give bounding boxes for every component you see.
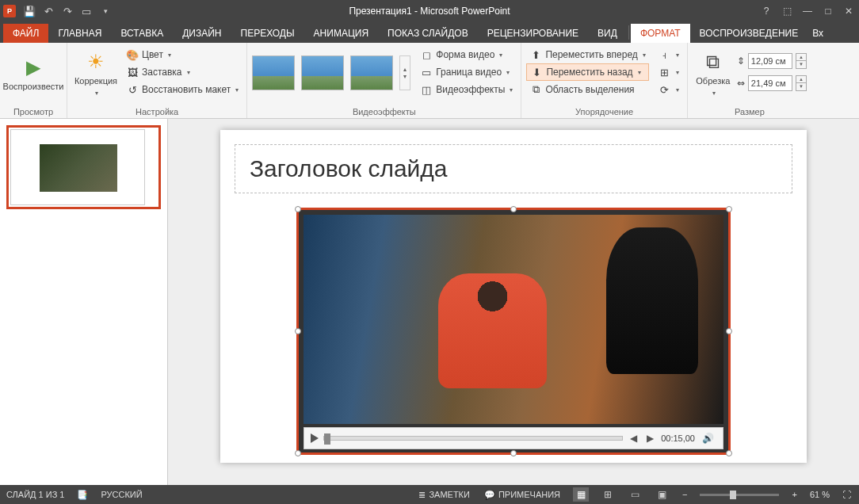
title-bar: P 💾 ↶ ↷ ▭ ▾ Презентация1 - Microsoft Pow…: [0, 0, 859, 22]
effects-icon: ◫: [420, 84, 433, 96]
shape-icon: ◻: [420, 49, 433, 61]
normal-view-icon[interactable]: ▦: [573, 487, 589, 502]
group-video-styles: ▴▾ ◻ Форма видео▾ ▭ Граница видео▾ ◫ Вид…: [247, 43, 521, 118]
step-back-icon[interactable]: ◀: [628, 433, 639, 444]
selection-pane-button[interactable]: ⧉ Область выделения: [526, 81, 648, 98]
video-preview: [304, 215, 723, 424]
slide-thumbnails-panel: 1: [0, 119, 168, 485]
poster-frame-button[interactable]: 🖼 Заставка▾: [123, 63, 242, 81]
tab-animations[interactable]: АНИМАЦИЯ: [304, 24, 378, 43]
video-styles-more[interactable]: ▴▾: [399, 55, 410, 90]
tab-format[interactable]: ФОРМАТ: [631, 24, 690, 43]
bring-forward-button[interactable]: ⬆ Переместить вперед▾: [526, 46, 648, 63]
crop-button[interactable]: ⧉ Обрезка ▾: [693, 46, 734, 101]
play-icon: ▶: [26, 56, 40, 78]
reset-design-button[interactable]: ↺ Восстановить макет▾: [123, 81, 242, 98]
tab-insert[interactable]: ВСТАВКА: [111, 24, 173, 43]
spin-down[interactable]: ▼: [796, 61, 806, 68]
align-button[interactable]: ⫞▾: [655, 46, 682, 63]
video-style-thumb[interactable]: [252, 55, 295, 90]
tab-home[interactable]: ГЛАВНАЯ: [48, 24, 111, 43]
video-play-button[interactable]: [311, 433, 319, 443]
tabs-overflow[interactable]: Вх: [807, 24, 828, 43]
video-style-thumb[interactable]: [350, 55, 393, 90]
tab-view[interactable]: ВИД: [588, 24, 627, 43]
zoom-slider[interactable]: [700, 494, 779, 496]
spin-up[interactable]: ▲: [796, 54, 806, 61]
volume-icon[interactable]: 🔊: [700, 433, 716, 444]
step-forward-icon[interactable]: ▶: [644, 433, 656, 444]
color-button[interactable]: 🎨 Цвет▾: [123, 46, 242, 63]
selection-icon: ⧉: [529, 83, 542, 96]
video-shape-button[interactable]: ◻ Форма видео▾: [417, 46, 516, 63]
tab-playback[interactable]: ВОСПРОИЗВЕДЕНИЕ: [690, 24, 808, 43]
group-label: Размер: [693, 105, 807, 118]
help-icon[interactable]: ?: [756, 2, 777, 20]
group-adjust: ☀ Коррекция ▾ 🎨 Цвет▾ 🖼 Заставка▾ ↺: [67, 43, 247, 118]
spin-up[interactable]: ▲: [796, 76, 806, 83]
notes-button[interactable]: ≣ ЗАМЕТКИ: [417, 490, 471, 500]
corrections-button[interactable]: ☀ Коррекция ▾: [72, 46, 120, 101]
frame-icon: 🖼: [126, 67, 139, 78]
group-label: Видеоэффекты: [252, 105, 516, 118]
slide-editor[interactable]: Заголовок слайда ◀ ▶ 00:15,00 🔊: [168, 119, 859, 485]
send-backward-button[interactable]: ⬇ Переместить назад▾: [526, 63, 648, 81]
play-button[interactable]: ▶ Воспроизвести: [5, 46, 62, 101]
ribbon-options-icon[interactable]: ⬚: [777, 2, 797, 20]
rotate-button[interactable]: ⟳▾: [655, 81, 682, 98]
window-title: Презентация1 - Microsoft PowerPoint: [349, 6, 510, 17]
video-object[interactable]: ◀ ▶ 00:15,00 🔊: [296, 208, 731, 455]
qat-start-icon[interactable]: ▭: [78, 2, 95, 20]
sorter-view-icon[interactable]: ⊞: [600, 487, 616, 502]
group-icon: ⊞: [659, 67, 671, 78]
zoom-level[interactable]: 61 %: [810, 490, 830, 499]
group-button[interactable]: ⊞▾: [655, 63, 682, 81]
forward-icon: ⬆: [529, 49, 542, 61]
brightness-icon: ☀: [87, 51, 105, 73]
slide-counter: СЛАЙД 1 ИЗ 1: [6, 490, 64, 499]
tab-review[interactable]: РЕЦЕНЗИРОВАНИЕ: [478, 24, 588, 43]
language-indicator[interactable]: РУССКИЙ: [101, 490, 142, 499]
group-preview: ▶ Воспроизвести Просмотр: [0, 43, 67, 118]
tab-slideshow[interactable]: ПОКАЗ СЛАЙДОВ: [378, 24, 478, 43]
qat-more-icon[interactable]: ▾: [97, 2, 114, 20]
height-input[interactable]: 12,09 см: [748, 53, 792, 69]
app-icon: P: [3, 5, 16, 17]
tab-design[interactable]: ДИЗАЙН: [173, 24, 231, 43]
zoom-in-button[interactable]: +: [790, 490, 798, 499]
tab-transitions[interactable]: ПЕРЕХОДЫ: [231, 24, 304, 43]
slideshow-view-icon[interactable]: ▣: [654, 487, 670, 502]
qat-save-icon[interactable]: 💾: [21, 2, 38, 20]
backward-icon: ⬇: [530, 67, 543, 78]
slide-thumbnail[interactable]: [6, 125, 161, 209]
tab-file[interactable]: ФАЙЛ: [3, 24, 48, 43]
align-icon: ⫞: [659, 49, 671, 61]
fit-to-window-icon[interactable]: ⛶: [841, 490, 853, 499]
minimize-icon[interactable]: —: [797, 2, 818, 20]
comments-button[interactable]: 💬 ПРИМЕЧАНИЯ: [483, 490, 562, 500]
spell-check-icon[interactable]: 📑: [75, 490, 90, 500]
border-icon: ▭: [420, 67, 433, 78]
width-input[interactable]: 21,49 см: [748, 75, 792, 91]
video-style-thumb[interactable]: [301, 55, 344, 90]
workspace: 1 Заголовок слайда: [0, 119, 859, 485]
ribbon-tabs: ФАЙЛ ГЛАВНАЯ ВСТАВКА ДИЗАЙН ПЕРЕХОДЫ АНИ…: [0, 22, 859, 43]
qat-undo-icon[interactable]: ↶: [40, 2, 57, 20]
slide-title-placeholder[interactable]: Заголовок слайда: [235, 144, 792, 193]
qat-redo-icon[interactable]: ↷: [59, 2, 76, 20]
video-effects-button[interactable]: ◫ Видеоэффекты▾: [417, 81, 516, 98]
video-seek-bar[interactable]: [323, 436, 623, 441]
zoom-out-button[interactable]: −: [681, 490, 689, 499]
group-label: Настройка: [72, 105, 242, 118]
crop-icon: ⧉: [706, 51, 720, 73]
width-icon: ⇔: [737, 78, 745, 89]
group-size: ⧉ Обрезка ▾ ⇕ 12,09 см ▲▼ ⇔ 21,49 см ▲▼: [688, 43, 811, 118]
spin-down[interactable]: ▼: [796, 83, 806, 90]
close-icon[interactable]: ✕: [838, 2, 859, 20]
reading-view-icon[interactable]: ▭: [627, 487, 643, 502]
group-label: Упорядочение: [526, 105, 681, 118]
palette-icon: 🎨: [126, 49, 139, 61]
video-border-button[interactable]: ▭ Граница видео▾: [417, 63, 516, 81]
maximize-icon[interactable]: □: [818, 2, 838, 20]
ribbon: ▶ Воспроизвести Просмотр ☀ Коррекция ▾ 🎨…: [0, 43, 859, 119]
